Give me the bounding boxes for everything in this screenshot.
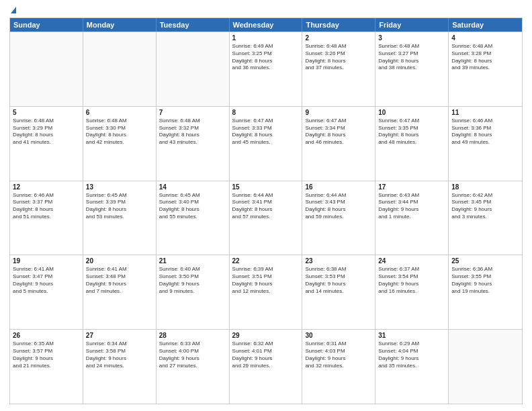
- day-cell: 28Sunrise: 6:33 AM Sunset: 4:00 PM Dayli…: [157, 330, 230, 404]
- empty-day-cell: [157, 32, 230, 106]
- day-number: 7: [159, 109, 226, 116]
- day-cell: 31Sunrise: 6:29 AM Sunset: 4:04 PM Dayli…: [375, 330, 449, 404]
- logo-triangle-icon: [11, 7, 16, 13]
- day-info: Sunrise: 6:37 AM Sunset: 3:54 PM Dayligh…: [378, 266, 445, 295]
- day-number: 6: [86, 109, 153, 116]
- day-number: 18: [451, 183, 519, 191]
- day-number: 16: [305, 183, 372, 191]
- day-number: 13: [86, 183, 153, 191]
- calendar-header: SundayMondayTuesdayWednesdayThursdayFrid…: [10, 18, 522, 32]
- day-number: 27: [86, 332, 153, 339]
- day-info: Sunrise: 6:46 AM Sunset: 3:36 PM Dayligh…: [451, 118, 519, 146]
- day-info: Sunrise: 6:31 AM Sunset: 4:03 PM Dayligh…: [305, 340, 372, 369]
- day-cell: 15Sunrise: 6:44 AM Sunset: 3:41 PM Dayli…: [230, 181, 303, 255]
- day-info: Sunrise: 6:38 AM Sunset: 3:53 PM Dayligh…: [305, 266, 372, 295]
- weekday-header: Tuesday: [157, 18, 230, 32]
- day-number: 9: [305, 109, 372, 116]
- day-cell: 10Sunrise: 6:47 AM Sunset: 3:35 PM Dayli…: [375, 107, 449, 181]
- day-cell: 30Sunrise: 6:31 AM Sunset: 4:03 PM Dayli…: [302, 330, 375, 404]
- day-info: Sunrise: 6:35 AM Sunset: 3:57 PM Dayligh…: [13, 340, 80, 369]
- header: [9, 7, 523, 13]
- weekday-header: Monday: [83, 18, 157, 32]
- day-cell: 16Sunrise: 6:44 AM Sunset: 3:43 PM Dayli…: [302, 181, 375, 255]
- day-number: 4: [451, 34, 519, 42]
- day-cell: 6Sunrise: 6:48 AM Sunset: 3:30 PM Daylig…: [83, 107, 157, 181]
- day-info: Sunrise: 6:44 AM Sunset: 3:41 PM Dayligh…: [232, 192, 300, 221]
- day-info: Sunrise: 6:44 AM Sunset: 3:43 PM Dayligh…: [305, 192, 372, 221]
- day-cell: 18Sunrise: 6:42 AM Sunset: 3:45 PM Dayli…: [449, 181, 522, 255]
- day-number: 20: [86, 257, 153, 265]
- calendar-week: 26Sunrise: 6:35 AM Sunset: 3:57 PM Dayli…: [10, 329, 522, 404]
- day-info: Sunrise: 6:32 AM Sunset: 4:01 PM Dayligh…: [232, 340, 300, 369]
- day-info: Sunrise: 6:39 AM Sunset: 3:51 PM Dayligh…: [232, 266, 300, 295]
- day-number: 25: [451, 257, 519, 265]
- day-cell: 29Sunrise: 6:32 AM Sunset: 4:01 PM Dayli…: [230, 330, 303, 404]
- day-info: Sunrise: 6:49 AM Sunset: 3:25 PM Dayligh…: [232, 43, 300, 72]
- day-number: 14: [159, 183, 226, 191]
- day-number: 15: [232, 183, 300, 191]
- day-cell: 14Sunrise: 6:45 AM Sunset: 3:40 PM Dayli…: [157, 181, 230, 255]
- day-info: Sunrise: 6:46 AM Sunset: 3:37 PM Dayligh…: [13, 192, 80, 221]
- calendar-body: 1Sunrise: 6:49 AM Sunset: 3:25 PM Daylig…: [10, 32, 522, 404]
- day-number: 2: [305, 34, 372, 42]
- day-info: Sunrise: 6:48 AM Sunset: 3:29 PM Dayligh…: [13, 118, 80, 146]
- day-cell: 9Sunrise: 6:47 AM Sunset: 3:34 PM Daylig…: [302, 107, 375, 181]
- weekday-header: Saturday: [449, 18, 522, 32]
- weekday-header: Sunday: [10, 18, 83, 32]
- day-number: 22: [232, 257, 300, 265]
- logo: [9, 7, 16, 13]
- day-info: Sunrise: 6:48 AM Sunset: 3:32 PM Dayligh…: [159, 118, 226, 146]
- day-info: Sunrise: 6:45 AM Sunset: 3:40 PM Dayligh…: [159, 192, 226, 221]
- day-number: 31: [378, 332, 445, 339]
- empty-day-cell: [449, 330, 522, 404]
- day-info: Sunrise: 6:42 AM Sunset: 3:45 PM Dayligh…: [451, 192, 519, 221]
- calendar-week: 12Sunrise: 6:46 AM Sunset: 3:37 PM Dayli…: [10, 181, 522, 255]
- day-cell: 3Sunrise: 6:48 AM Sunset: 3:27 PM Daylig…: [375, 32, 449, 106]
- day-number: 17: [378, 183, 445, 191]
- day-cell: 22Sunrise: 6:39 AM Sunset: 3:51 PM Dayli…: [230, 255, 303, 329]
- weekday-header: Friday: [375, 18, 449, 32]
- day-info: Sunrise: 6:47 AM Sunset: 3:35 PM Dayligh…: [378, 118, 445, 146]
- day-info: Sunrise: 6:48 AM Sunset: 3:30 PM Dayligh…: [86, 118, 153, 146]
- day-cell: 12Sunrise: 6:46 AM Sunset: 3:37 PM Dayli…: [10, 181, 83, 255]
- empty-day-cell: [83, 32, 157, 106]
- calendar: SundayMondayTuesdayWednesdayThursdayFrid…: [9, 17, 523, 404]
- day-info: Sunrise: 6:43 AM Sunset: 3:44 PM Dayligh…: [378, 192, 445, 221]
- calendar-week: 19Sunrise: 6:41 AM Sunset: 3:47 PM Dayli…: [10, 255, 522, 329]
- calendar-week: 5Sunrise: 6:48 AM Sunset: 3:29 PM Daylig…: [10, 106, 522, 181]
- day-number: 29: [232, 332, 300, 339]
- day-number: 12: [13, 183, 80, 191]
- day-info: Sunrise: 6:41 AM Sunset: 3:48 PM Dayligh…: [86, 266, 153, 295]
- day-number: 26: [13, 332, 80, 339]
- day-cell: 7Sunrise: 6:48 AM Sunset: 3:32 PM Daylig…: [157, 107, 230, 181]
- day-cell: 11Sunrise: 6:46 AM Sunset: 3:36 PM Dayli…: [449, 107, 522, 181]
- day-cell: 26Sunrise: 6:35 AM Sunset: 3:57 PM Dayli…: [10, 330, 83, 404]
- day-cell: 5Sunrise: 6:48 AM Sunset: 3:29 PM Daylig…: [10, 107, 83, 181]
- day-info: Sunrise: 6:40 AM Sunset: 3:50 PM Dayligh…: [159, 266, 226, 295]
- day-info: Sunrise: 6:34 AM Sunset: 3:58 PM Dayligh…: [86, 340, 153, 369]
- day-info: Sunrise: 6:36 AM Sunset: 3:55 PM Dayligh…: [451, 266, 519, 295]
- day-cell: 21Sunrise: 6:40 AM Sunset: 3:50 PM Dayli…: [157, 255, 230, 329]
- day-cell: 27Sunrise: 6:34 AM Sunset: 3:58 PM Dayli…: [83, 330, 157, 404]
- day-number: 28: [159, 332, 226, 339]
- day-cell: 8Sunrise: 6:47 AM Sunset: 3:33 PM Daylig…: [230, 107, 303, 181]
- empty-day-cell: [10, 32, 83, 106]
- day-number: 21: [159, 257, 226, 265]
- calendar-week: 1Sunrise: 6:49 AM Sunset: 3:25 PM Daylig…: [10, 32, 522, 106]
- day-number: 11: [451, 109, 519, 116]
- day-info: Sunrise: 6:45 AM Sunset: 3:39 PM Dayligh…: [86, 192, 153, 221]
- day-number: 3: [378, 34, 445, 42]
- day-cell: 4Sunrise: 6:48 AM Sunset: 3:28 PM Daylig…: [449, 32, 522, 106]
- day-cell: 25Sunrise: 6:36 AM Sunset: 3:55 PM Dayli…: [449, 255, 522, 329]
- day-info: Sunrise: 6:29 AM Sunset: 4:04 PM Dayligh…: [378, 340, 445, 369]
- day-info: Sunrise: 6:48 AM Sunset: 3:28 PM Dayligh…: [451, 43, 519, 72]
- day-number: 19: [13, 257, 80, 265]
- day-info: Sunrise: 6:48 AM Sunset: 3:26 PM Dayligh…: [305, 43, 372, 72]
- day-cell: 24Sunrise: 6:37 AM Sunset: 3:54 PM Dayli…: [375, 255, 449, 329]
- day-info: Sunrise: 6:47 AM Sunset: 3:33 PM Dayligh…: [232, 118, 300, 146]
- page: SundayMondayTuesdayWednesdayThursdayFrid…: [0, 0, 532, 411]
- day-number: 1: [232, 34, 300, 42]
- day-cell: 1Sunrise: 6:49 AM Sunset: 3:25 PM Daylig…: [230, 32, 303, 106]
- day-number: 8: [232, 109, 300, 116]
- day-number: 24: [378, 257, 445, 265]
